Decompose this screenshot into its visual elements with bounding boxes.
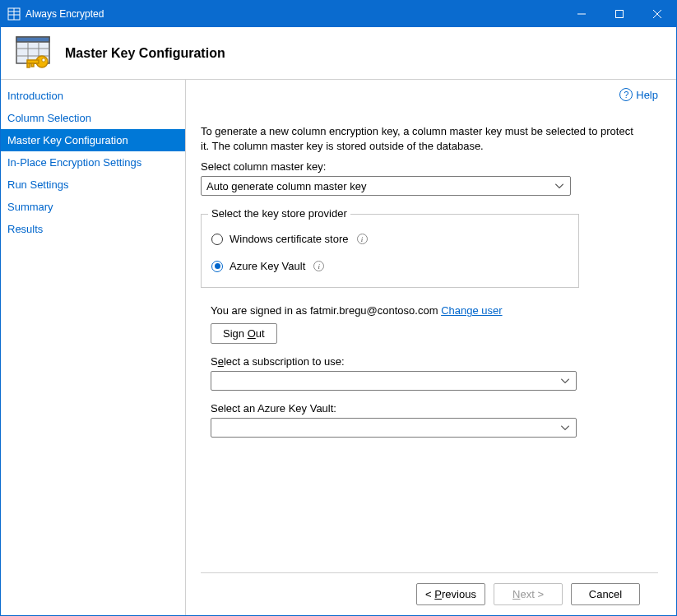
signed-in-prefix: You are signed in as [211,304,310,317]
sidebar-item-results[interactable]: Results [1,218,185,240]
svg-rect-17 [27,63,30,67]
select-subscription-dropdown[interactable] [211,371,577,391]
svg-rect-5 [616,11,624,18]
sidebar-item-label: Introduction [7,90,63,102]
radio-option-azure-key-vault[interactable]: Azure Key Vault i [211,260,568,272]
dialog-body: Introduction Column Selection Master Key… [1,80,676,615]
chevron-down-icon [561,424,569,433]
select-master-key-label: Select column master key: [201,160,658,173]
maximize-button[interactable] [600,1,638,27]
minimize-button[interactable] [563,1,600,27]
cancel-button[interactable]: Cancel [571,583,640,605]
sidebar-item-summary[interactable]: Summary [1,196,185,218]
select-key-vault-dropdown[interactable] [211,418,577,438]
select-key-vault-label: Select an Azure Key Vault: [211,402,592,415]
sidebar-item-label: Summary [7,201,53,213]
sidebar-item-introduction[interactable]: Introduction [1,85,185,107]
info-icon[interactable]: i [313,261,324,271]
radio-icon [211,234,223,245]
radio-label: Windows certificate store [230,233,349,245]
signed-in-email: fatmir.bregu@contoso.com [310,304,438,317]
footer: < Previous Next > Cancel [201,572,658,615]
svg-rect-9 [16,37,49,42]
sidebar-item-label: Run Settings [7,178,68,191]
radio-icon [211,261,223,272]
sidebar-item-label: Master Key Configuration [7,134,128,146]
close-button[interactable] [638,1,676,27]
chevron-down-icon [561,377,569,386]
titlebar: Always Encrypted [1,1,676,27]
dialog-window: Always Encrypted [0,0,677,616]
main-content: ? Help To generate a new column encrypti… [186,80,676,615]
sign-out-button[interactable]: Sign Out [211,323,277,344]
change-user-link[interactable]: Change user [441,304,502,317]
sidebar-item-run-settings[interactable]: Run Settings [1,174,185,196]
select-subscription-label: Select a subscription to use: [211,355,592,368]
chevron-down-icon [555,182,563,191]
page-title: Master Key Configuration [65,46,225,61]
signed-in-text: You are signed in as fatmir.bregu@contos… [211,304,658,317]
radio-option-windows-cert-store[interactable]: Windows certificate store i [211,233,568,245]
window-controls [563,1,676,27]
sidebar-item-label: Column Selection [7,112,91,124]
radio-label: Azure Key Vault [230,260,305,272]
sidebar-item-label: Results [7,223,43,235]
window-title: Always Encrypted [26,8,563,20]
sidebar-item-column-selection[interactable]: Column Selection [1,107,185,129]
key-table-icon [14,34,53,73]
help-link[interactable]: ? Help [619,88,658,101]
info-icon[interactable]: i [357,234,368,244]
select-master-key-value: Auto generate column master key [206,180,366,192]
app-icon [7,7,21,21]
select-master-key-dropdown[interactable]: Auto generate column master key [201,176,571,196]
description-text: To generate a new column encryption key,… [201,124,633,154]
help-icon: ? [619,88,633,101]
next-button: Next > [494,583,563,605]
previous-button[interactable]: < Previous [416,583,485,605]
key-store-provider-legend: Select the key store provider [208,207,350,220]
page-header: Master Key Configuration [1,27,676,80]
svg-rect-18 [31,63,34,67]
svg-point-15 [42,58,45,61]
key-store-provider-group: Select the key store provider Windows ce… [201,214,579,288]
sidebar: Introduction Column Selection Master Key… [1,80,186,615]
help-label: Help [636,89,658,101]
sidebar-item-master-key-configuration[interactable]: Master Key Configuration [1,129,185,151]
sidebar-item-label: In-Place Encryption Settings [7,156,141,169]
sidebar-item-in-place-encryption-settings[interactable]: In-Place Encryption Settings [1,151,185,174]
